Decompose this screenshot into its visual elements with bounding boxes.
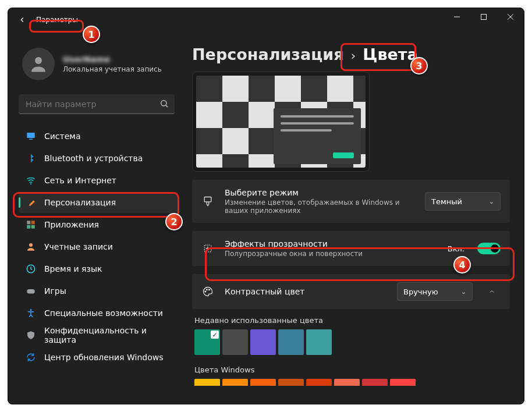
user-name: UserName bbox=[63, 55, 162, 64]
svg-rect-7 bbox=[27, 133, 35, 138]
theme-preview bbox=[192, 72, 370, 172]
sidebar-item-label: Игры bbox=[44, 286, 66, 296]
color-swatch[interactable] bbox=[222, 329, 248, 355]
sidebar-item-7[interactable]: Игры bbox=[19, 280, 178, 301]
svg-rect-11 bbox=[31, 221, 35, 224]
sidebar-item-label: Система bbox=[44, 132, 80, 141]
svg-rect-12 bbox=[27, 225, 30, 229]
sidebar-item-5[interactable]: Учетные записи bbox=[19, 236, 178, 257]
user-block[interactable]: UserName Локальная учетная запись bbox=[19, 35, 178, 93]
minimize-button[interactable] bbox=[444, 8, 470, 26]
accent-card[interactable]: Контрастный цвет Вручную ⌄ bbox=[192, 274, 510, 309]
svg-line-6 bbox=[166, 105, 168, 107]
sidebar-item-9[interactable]: Конфиденциальность и защита bbox=[19, 325, 178, 346]
apps-icon bbox=[26, 219, 36, 230]
sidebar-item-label: Персонализация bbox=[44, 198, 116, 207]
transparency-title: Эффекты прозрачности bbox=[225, 239, 437, 248]
mode-card[interactable]: Выберите режим Изменение цветов, отображ… bbox=[192, 180, 510, 223]
app-title: Параметры bbox=[31, 15, 83, 25]
bluetooth-icon bbox=[26, 153, 36, 164]
sidebar-item-10[interactable]: Центр обновления Windows bbox=[19, 347, 178, 368]
close-button[interactable] bbox=[497, 8, 524, 26]
svg-rect-8 bbox=[29, 139, 33, 140]
sidebar-item-1[interactable]: Bluetooth и устройства bbox=[19, 148, 178, 169]
annotation-badge: 4 bbox=[453, 256, 471, 274]
accessibility-icon bbox=[26, 308, 36, 318]
sidebar-item-label: Специальные возможности bbox=[44, 308, 163, 318]
color-swatch[interactable] bbox=[194, 379, 220, 386]
color-swatch[interactable] bbox=[390, 379, 416, 386]
sidebar: UserName Локальная учетная запись Систем… bbox=[8, 31, 183, 404]
accent-title: Контрастный цвет bbox=[225, 287, 386, 296]
svg-rect-16 bbox=[27, 289, 35, 294]
svg-rect-13 bbox=[31, 225, 35, 229]
accent-value: Вручную bbox=[403, 287, 438, 296]
sidebar-item-0[interactable]: Система bbox=[19, 126, 178, 147]
collapse-button[interactable] bbox=[483, 283, 501, 300]
recent-swatches: ✓ bbox=[194, 329, 510, 355]
sidebar-item-4[interactable]: Приложения bbox=[19, 214, 178, 235]
arrow-left-icon bbox=[18, 16, 26, 24]
sidebar-item-label: Bluetooth и устройства bbox=[44, 154, 143, 163]
transparency-toggle[interactable] bbox=[477, 243, 501, 254]
recent-colors-section: Недавно использованные цвета ✓ bbox=[192, 316, 510, 355]
brush-icon bbox=[201, 196, 214, 207]
sidebar-item-8[interactable]: Специальные возможности bbox=[19, 303, 178, 324]
color-swatch[interactable] bbox=[278, 329, 304, 355]
svg-point-22 bbox=[209, 289, 210, 290]
brush-icon bbox=[26, 197, 36, 208]
main-content: Персонализация › Цвета bbox=[183, 31, 524, 404]
back-button[interactable] bbox=[13, 10, 31, 29]
svg-point-20 bbox=[205, 291, 206, 292]
color-swatch[interactable]: ✓ bbox=[194, 329, 220, 355]
chevron-up-icon bbox=[488, 288, 495, 295]
color-swatch[interactable] bbox=[306, 329, 332, 355]
wifi-icon bbox=[26, 175, 36, 186]
user-subtitle: Локальная учетная запись bbox=[63, 65, 162, 73]
shield-icon bbox=[26, 330, 36, 340]
color-swatch[interactable] bbox=[250, 379, 276, 386]
windows-colors-heading: Цвета Windows bbox=[194, 365, 510, 374]
color-swatch[interactable] bbox=[306, 379, 332, 386]
annotation-badge: 2 bbox=[165, 213, 183, 230]
mode-title: Выберите режим bbox=[225, 188, 414, 197]
recent-heading: Недавно использованные цвета bbox=[194, 316, 510, 325]
svg-rect-1 bbox=[481, 15, 487, 20]
sidebar-item-2[interactable]: Сеть и Интернет bbox=[19, 170, 178, 191]
search-input[interactable] bbox=[19, 94, 175, 114]
color-swatch[interactable] bbox=[250, 329, 276, 355]
transparency-subtitle: Полупрозрачные окна и поверхности bbox=[225, 250, 437, 258]
nav-list: СистемаBluetooth и устройстваСеть и Инте… bbox=[19, 126, 178, 368]
windows-colors-row bbox=[194, 379, 510, 386]
clock-icon bbox=[26, 264, 36, 274]
color-swatch[interactable] bbox=[334, 379, 360, 386]
person-icon bbox=[26, 241, 36, 252]
chevron-right-icon: › bbox=[351, 48, 356, 63]
sidebar-item-label: Учетные записи bbox=[44, 242, 113, 251]
sidebar-item-6[interactable]: Время и язык bbox=[19, 258, 178, 279]
svg-rect-10 bbox=[27, 221, 30, 224]
svg-point-17 bbox=[30, 309, 32, 311]
annotation-badge: 3 bbox=[410, 57, 428, 74]
svg-point-21 bbox=[207, 289, 208, 290]
color-swatch[interactable] bbox=[278, 379, 304, 386]
breadcrumb-parent[interactable]: Персонализация bbox=[192, 45, 344, 63]
gamepad-icon bbox=[26, 286, 36, 296]
color-swatch[interactable] bbox=[362, 379, 388, 386]
accent-dropdown[interactable]: Вручную ⌄ bbox=[397, 282, 473, 301]
mode-dropdown[interactable]: Темный ⌄ bbox=[425, 192, 501, 211]
search-icon bbox=[159, 99, 169, 108]
search-box[interactable] bbox=[19, 94, 175, 114]
maximize-button[interactable] bbox=[470, 8, 497, 26]
sidebar-item-label: Приложения bbox=[44, 220, 99, 229]
color-swatch[interactable] bbox=[222, 379, 248, 386]
chevron-down-icon: ⌄ bbox=[461, 288, 466, 296]
svg-point-9 bbox=[30, 183, 31, 184]
toggle-state-label: Вкл. bbox=[448, 244, 464, 253]
sidebar-item-3[interactable]: Персонализация bbox=[19, 192, 178, 213]
sidebar-item-label: Центр обновления Windows bbox=[44, 353, 163, 362]
close-icon bbox=[508, 14, 513, 20]
svg-point-14 bbox=[29, 243, 33, 247]
svg-point-5 bbox=[161, 101, 166, 106]
avatar bbox=[22, 48, 55, 80]
